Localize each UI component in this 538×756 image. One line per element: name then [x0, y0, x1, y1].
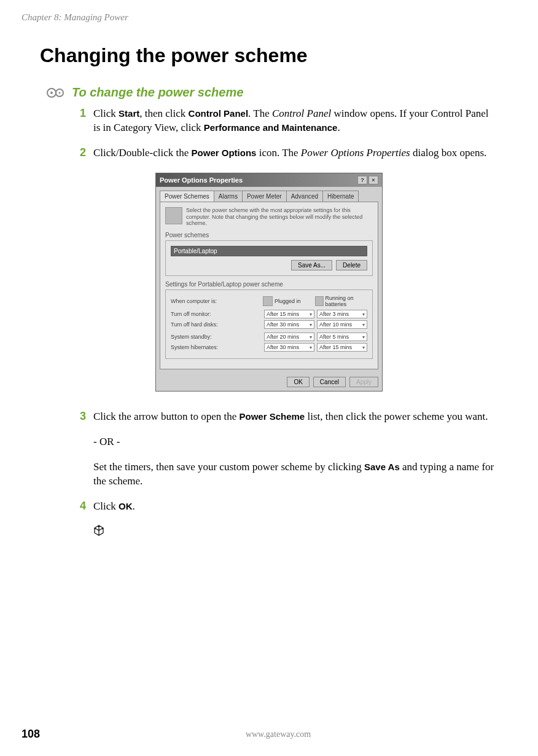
table-row: Turn off monitor: After 15 mins▾ After 3…	[171, 310, 367, 318]
power-schemes-group: Portable/Laptop Save As... Delete	[165, 240, 373, 276]
page-number: 108	[21, 728, 40, 741]
step-number: 2	[80, 146, 93, 159]
or-separator: - OR -	[93, 435, 498, 449]
step-text: Click OK.	[93, 500, 135, 514]
column-label: When computer is:	[171, 298, 263, 304]
group-label: Power schemes	[165, 232, 373, 238]
power-options-dialog: Power Options Properties ? × Power Schem…	[155, 173, 383, 392]
column-header: Plugged in	[275, 298, 301, 304]
chevron-down-icon: ▾	[362, 345, 365, 350]
tab-alarms[interactable]: Alarms	[214, 191, 243, 202]
step-number: 1	[80, 107, 93, 120]
save-as-button[interactable]: Save As...	[291, 260, 332, 270]
monitor-battery-select[interactable]: After 3 mins▾	[317, 310, 367, 318]
group-label: Settings for Portable/Laptop power schem…	[165, 281, 373, 288]
task-header: To change the power scheme	[46, 85, 517, 100]
disks-battery-select[interactable]: After 10 mins▾	[317, 320, 367, 329]
row-label: Turn off hard disks:	[171, 321, 262, 328]
step-1: 1 Click Start, then click Control Panel.…	[80, 107, 498, 135]
chevron-down-icon: ▾	[362, 334, 365, 340]
page-title: Changing the power scheme	[40, 44, 517, 67]
step-alt-text: Set the timers, then save your custom po…	[93, 460, 498, 489]
step-text: Click the arrow button to open the Power…	[93, 410, 488, 424]
step-text: Click/Double-click the Power Options ico…	[93, 146, 486, 160]
chevron-down-icon: ▾	[310, 345, 312, 350]
plug-icon	[263, 296, 273, 306]
chevron-down-icon: ▾	[310, 312, 312, 317]
chevron-down-icon: ▾	[362, 322, 365, 328]
end-cube-icon	[93, 525, 517, 539]
task-title: To change the power scheme	[72, 85, 243, 100]
ok-button[interactable]: OK	[287, 377, 309, 387]
apply-button[interactable]: Apply	[349, 377, 378, 387]
chevron-down-icon: ▾	[310, 334, 312, 340]
settings-group: When computer is: Plugged in Running on …	[165, 289, 373, 359]
hibernate-battery-select[interactable]: After 15 mins▾	[317, 343, 367, 352]
gears-icon	[46, 87, 66, 99]
chapter-header: Chapter 8: Managing Power	[21, 12, 517, 23]
tab-hibernate[interactable]: Hibernate	[322, 191, 359, 202]
column-header: Running on batteries	[326, 295, 367, 307]
help-button[interactable]: ?	[357, 176, 367, 184]
step-number: 4	[80, 500, 93, 513]
battery-icon	[315, 296, 324, 306]
table-row: System hibernates: After 30 mins▾ After …	[171, 343, 367, 352]
row-label: System standby:	[171, 334, 262, 340]
close-icon[interactable]: ×	[368, 176, 378, 184]
chevron-down-icon: ▾	[362, 312, 365, 317]
tab-advanced[interactable]: Advanced	[286, 191, 323, 202]
delete-button[interactable]: Delete	[336, 260, 367, 270]
row-label: Turn off monitor:	[171, 311, 262, 317]
standby-battery-select[interactable]: After 5 mins▾	[317, 333, 367, 341]
standby-plugged-select[interactable]: After 20 mins▾	[264, 333, 314, 341]
dialog-titlebar: Power Options Properties ? ×	[156, 173, 382, 187]
dialog-description: Select the power scheme with the most ap…	[186, 207, 373, 227]
step-3: 3 Click the arrow button to open the Pow…	[80, 410, 498, 424]
tab-power-schemes[interactable]: Power Schemes	[160, 191, 214, 202]
step-text: Click Start, then click Control Panel. T…	[93, 107, 498, 135]
cancel-button[interactable]: Cancel	[313, 377, 346, 387]
footer-url: www.gateway.com	[40, 730, 517, 739]
chevron-down-icon: ▾	[310, 322, 312, 328]
row-label: System hibernates:	[171, 344, 262, 350]
disks-plugged-select[interactable]: After 30 mins▾	[264, 320, 314, 329]
step-4: 4 Click OK.	[80, 500, 498, 514]
hibernate-plugged-select[interactable]: After 30 mins▾	[264, 343, 314, 352]
svg-point-1	[50, 92, 53, 94]
tab-power-meter[interactable]: Power Meter	[242, 191, 287, 202]
scheme-select[interactable]: Portable/Laptop	[171, 246, 367, 256]
monitor-plugged-select[interactable]: After 15 mins▾	[264, 310, 314, 318]
table-row: System standby: After 20 mins▾ After 5 m…	[171, 333, 367, 341]
svg-point-3	[59, 92, 61, 93]
step-2: 2 Click/Double-click the Power Options i…	[80, 146, 498, 160]
battery-icon	[165, 207, 182, 224]
table-row: Turn off hard disks: After 30 mins▾ Afte…	[171, 320, 367, 329]
step-number: 3	[80, 410, 93, 423]
dialog-title: Power Options Properties	[160, 176, 243, 184]
